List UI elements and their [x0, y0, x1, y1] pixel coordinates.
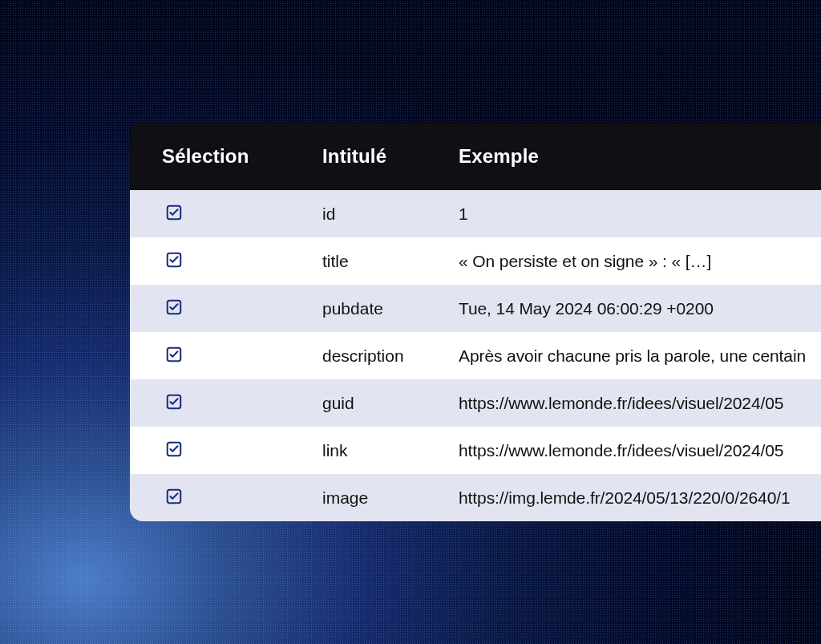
table-header-row: Sélection Intitulé Exemple [130, 123, 821, 190]
checkbox-checked-icon[interactable] [165, 488, 183, 508]
table-row: image https://img.lemde.fr/2024/05/13/22… [130, 474, 821, 521]
table-row: pubdate Tue, 14 May 2024 06:00:29 +0200 [130, 285, 821, 332]
cell-example: https://img.lemde.fr/2024/05/13/220/0/26… [427, 488, 821, 508]
column-header-example: Exemple [427, 145, 821, 168]
cell-selection [130, 251, 290, 272]
cell-example: « On persiste et on signe » : « […] [427, 252, 821, 271]
cell-label: image [290, 488, 427, 508]
checkbox-checked-icon[interactable] [165, 440, 183, 461]
cell-label: guid [290, 394, 427, 413]
cell-selection [130, 440, 290, 461]
cell-example: Après avoir chacune pris la parole, une … [427, 346, 821, 366]
cell-selection [130, 488, 290, 508]
checkbox-checked-icon[interactable] [165, 251, 183, 272]
cell-label: title [290, 252, 427, 271]
cell-label: id [290, 205, 427, 224]
cell-selection [130, 204, 290, 225]
column-header-selection: Sélection [130, 145, 290, 168]
cell-example: 1 [427, 205, 821, 224]
checkbox-checked-icon[interactable] [165, 204, 183, 225]
cell-selection [130, 298, 290, 319]
table-body: id 1 title « On persiste et on signe » :… [130, 190, 821, 521]
cell-label: link [290, 441, 427, 460]
table-row: title « On persiste et on signe » : « […… [130, 237, 821, 285]
table-row: link https://www.lemonde.fr/idees/visuel… [130, 427, 821, 474]
cell-selection [130, 346, 290, 367]
cell-example: https://www.lemonde.fr/idees/visuel/2024… [427, 441, 821, 460]
cell-label: description [290, 346, 427, 366]
checkbox-checked-icon[interactable] [165, 298, 183, 319]
cell-selection [130, 393, 290, 414]
table-row: description Après avoir chacune pris la … [130, 332, 821, 379]
checkbox-checked-icon[interactable] [165, 393, 183, 414]
checkbox-checked-icon[interactable] [165, 346, 183, 367]
data-table-panel: Sélection Intitulé Exemple id 1 title « … [130, 123, 821, 521]
column-header-label: Intitulé [290, 145, 427, 168]
cell-label: pubdate [290, 299, 427, 318]
table-row: id 1 [130, 190, 821, 237]
cell-example: Tue, 14 May 2024 06:00:29 +0200 [427, 299, 821, 318]
table-row: guid https://www.lemonde.fr/idees/visuel… [130, 379, 821, 427]
cell-example: https://www.lemonde.fr/idees/visuel/2024… [427, 394, 821, 413]
